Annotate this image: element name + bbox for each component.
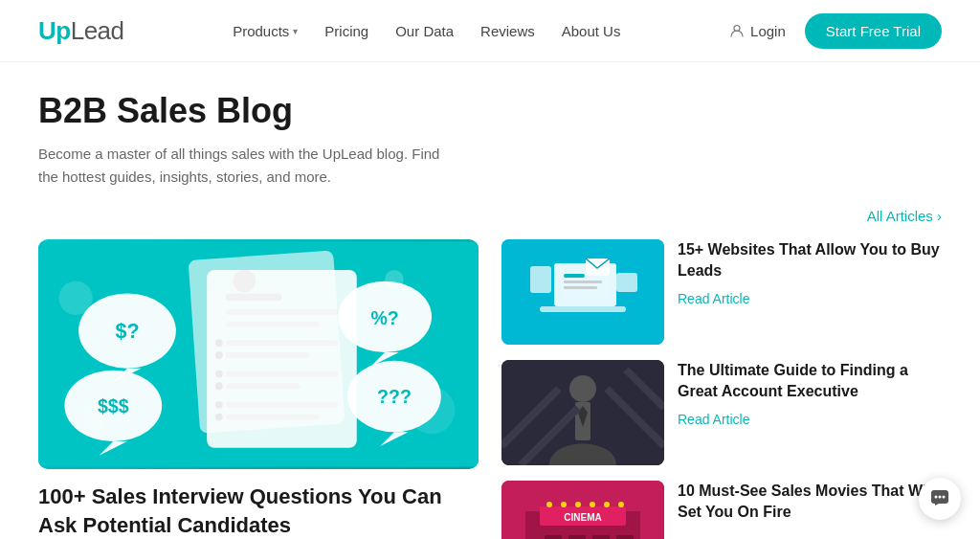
nav-about-us-label: About Us xyxy=(562,23,621,39)
article-card-2: The Ultimate Guide to Finding a Great Ac… xyxy=(501,360,942,465)
article-thumb-1 xyxy=(501,239,664,345)
article-3-illustration: CINEMA xyxy=(501,481,664,539)
read-article-link-2[interactable]: Read Article xyxy=(678,412,749,427)
svg-point-47 xyxy=(569,375,596,402)
nav-pricing-label: Pricing xyxy=(324,23,368,39)
chat-bubble-button[interactable] xyxy=(919,478,961,520)
main-content: B2B Sales Blog Become a master of all th… xyxy=(0,62,980,539)
article-image-2 xyxy=(501,360,664,465)
article-image-3: CINEMA xyxy=(501,481,664,539)
nav-our-data-label: Our Data xyxy=(395,23,454,39)
article-image-1 xyxy=(501,239,664,345)
blog-header: B2B Sales Blog Become a master of all th… xyxy=(38,91,942,189)
all-articles-label: All Articles › xyxy=(867,208,942,224)
article-card-1: 15+ Websites That Allow You to Buy Leads… xyxy=(501,239,942,345)
nav-reviews-label: Reviews xyxy=(480,23,535,39)
svg-text:CINEMA: CINEMA xyxy=(564,512,601,523)
header-right: Login Start Free Trial xyxy=(729,13,942,49)
article-2-illustration xyxy=(501,360,664,465)
svg-point-71 xyxy=(943,496,946,499)
chat-icon xyxy=(929,488,950,509)
svg-text:$$$: $$$ xyxy=(98,395,129,416)
svg-rect-44 xyxy=(530,266,551,293)
nav-our-data[interactable]: Our Data xyxy=(395,23,454,39)
nav-products[interactable]: Products ▾ xyxy=(233,23,298,39)
svg-point-65 xyxy=(590,502,595,507)
start-free-trial-button[interactable]: Start Free Trial xyxy=(805,13,942,49)
nav-reviews[interactable]: Reviews xyxy=(480,23,535,39)
logo-part2: Lead xyxy=(71,16,124,45)
svg-text:???: ??? xyxy=(377,386,412,407)
all-articles-link[interactable]: All Articles › xyxy=(867,208,942,224)
login-label: Login xyxy=(750,23,786,39)
svg-rect-59 xyxy=(568,535,586,539)
nav-pricing[interactable]: Pricing xyxy=(324,23,368,39)
logo[interactable]: UpLead xyxy=(38,16,124,46)
blog-title: B2B Sales Blog xyxy=(38,91,942,131)
svg-rect-60 xyxy=(592,535,610,539)
svg-point-69 xyxy=(935,496,938,499)
article-info-2: The Ultimate Guide to Finding a Great Ac… xyxy=(678,360,942,428)
svg-point-63 xyxy=(561,502,567,507)
svg-point-62 xyxy=(546,502,552,507)
user-icon xyxy=(729,23,745,38)
svg-rect-61 xyxy=(616,535,634,539)
svg-rect-42 xyxy=(564,286,597,289)
chevron-down-icon: ▾ xyxy=(293,26,298,36)
article-title-1: 15+ Websites That Allow You to Buy Leads xyxy=(678,239,942,282)
login-link[interactable]: Login xyxy=(729,23,786,39)
content-grid: $? $$$ %? ??? 100+ Sales Interview Quest… xyxy=(38,239,942,539)
nav-about-us[interactable]: About Us xyxy=(562,23,621,39)
svg-point-64 xyxy=(575,502,581,507)
blog-subtitle: Become a master of all things sales with… xyxy=(38,143,440,189)
svg-text:$?: $? xyxy=(115,320,139,343)
featured-article-title[interactable]: 100+ Sales Interview Questions You Can A… xyxy=(38,483,479,539)
article-title-2: The Ultimate Guide to Finding a Great Ac… xyxy=(678,360,942,403)
article-info-1: 15+ Websites That Allow You to Buy Leads… xyxy=(678,239,942,307)
svg-rect-40 xyxy=(564,274,585,278)
article-card-3: CINEMA xyxy=(501,481,942,539)
article-info-3: 10 Must-See Sales Movies That Will Set Y… xyxy=(678,481,942,531)
svg-rect-58 xyxy=(545,535,562,539)
svg-rect-23 xyxy=(189,251,345,434)
featured-illustration: $? $$$ %? ??? xyxy=(38,239,479,469)
svg-rect-45 xyxy=(616,273,637,292)
svg-point-70 xyxy=(939,496,942,499)
featured-article: $? $$$ %? ??? 100+ Sales Interview Quest… xyxy=(38,239,479,539)
featured-image: $? $$$ %? ??? xyxy=(38,239,479,469)
right-articles: 15+ Websites That Allow You to Buy Leads… xyxy=(501,239,942,539)
article-thumb-3: CINEMA xyxy=(501,481,664,539)
svg-text:%?: %? xyxy=(370,307,398,328)
svg-point-67 xyxy=(618,502,624,507)
main-nav: Products ▾ Pricing Our Data Reviews Abou… xyxy=(233,23,620,39)
article-1-illustration xyxy=(501,239,664,345)
header: UpLead Products ▾ Pricing Our Data Revie… xyxy=(0,0,980,62)
all-articles-row: All Articles › xyxy=(38,208,942,224)
logo-part1: Up xyxy=(38,16,71,45)
nav-products-label: Products xyxy=(233,23,289,39)
article-thumb-2 xyxy=(501,360,664,465)
article-title-3: 10 Must-See Sales Movies That Will Set Y… xyxy=(678,481,942,524)
svg-rect-41 xyxy=(564,281,602,283)
read-article-link-1[interactable]: Read Article xyxy=(678,291,749,306)
svg-rect-38 xyxy=(540,306,626,312)
svg-point-66 xyxy=(604,502,610,507)
